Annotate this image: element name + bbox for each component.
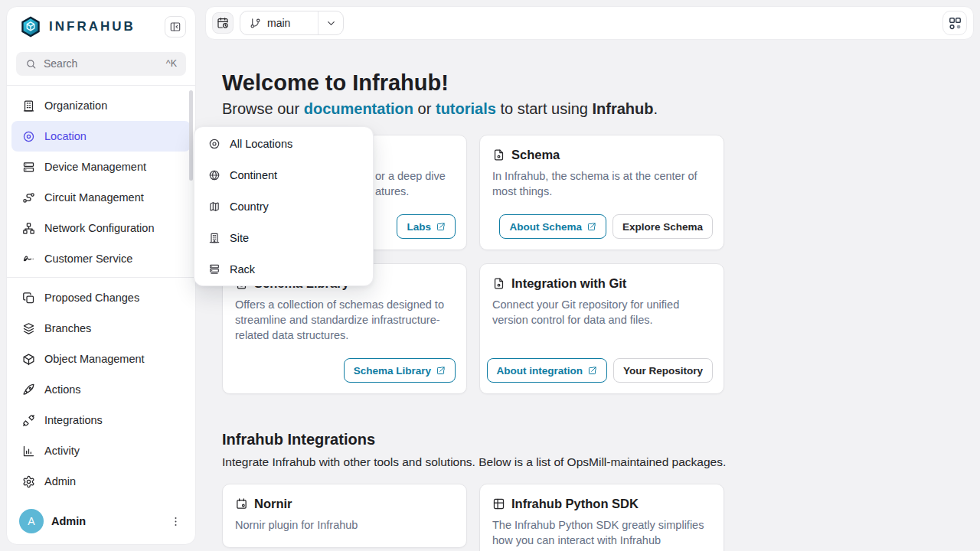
- sidebar-nav-secondary: Proposed Changes Branches Object Managem…: [7, 278, 195, 501]
- explore-schema-button[interactable]: Explore Schema: [612, 214, 713, 239]
- sidebar-item-activity[interactable]: Activity: [11, 435, 191, 466]
- plug-icon: [22, 414, 35, 427]
- building-icon: [22, 99, 35, 112]
- card-title-row: Nornir: [223, 484, 466, 511]
- user-menu[interactable]: A Admin: [7, 501, 195, 541]
- search-icon: [25, 58, 37, 70]
- sidebar-item-actions[interactable]: Actions: [11, 374, 191, 405]
- sidebar-item-label: Actions: [44, 383, 81, 396]
- sidebar-item-label: Location: [44, 130, 87, 142]
- branch-name: main: [267, 17, 290, 29]
- card-title-row: Infrahub Python SDK: [480, 484, 724, 511]
- sidebar-item-label: Proposed Changes: [44, 292, 139, 304]
- menu-item-rack[interactable]: Rack: [194, 253, 373, 285]
- card-nornir: Nornir Nornir plugin for Infrahub: [222, 484, 467, 548]
- user-options-button[interactable]: [166, 512, 185, 530]
- branch-selector-value[interactable]: main: [240, 11, 318, 34]
- sidebar-item-label: Admin: [44, 475, 76, 487]
- integrations-title: Infrahub Integrations: [222, 431, 375, 448]
- brand-bold: Infrahub: [593, 100, 654, 117]
- documentation-link[interactable]: documentation: [304, 100, 413, 117]
- your-repository-button[interactable]: Your Repository: [613, 358, 713, 383]
- subtitle-text: to start using: [496, 100, 593, 117]
- sidebar-item-branches[interactable]: Branches: [11, 313, 191, 344]
- search-placeholder: Search: [44, 57, 166, 70]
- card-python-sdk: Infrahub Python SDK The Infrahub Python …: [479, 484, 724, 551]
- network-icon: [22, 222, 35, 235]
- sidebar-item-circuit-management[interactable]: Circuit Management: [11, 182, 191, 213]
- about-schema-button[interactable]: About Schema: [499, 214, 606, 239]
- sidebar-item-label: Circuit Management: [44, 191, 144, 204]
- branch-selector[interactable]: main: [240, 11, 344, 35]
- building-icon: [208, 232, 220, 244]
- external-link-icon: [436, 222, 446, 232]
- sidebar-item-label: Customer Service: [44, 253, 132, 265]
- menu-item-country[interactable]: Country: [194, 191, 373, 222]
- card-schema: Schema In Infrahub, the schema is at the…: [479, 135, 724, 250]
- subtitle-text: .: [654, 100, 658, 117]
- external-link-icon: [586, 222, 596, 232]
- card-title: Nornir: [254, 497, 292, 511]
- about-integration-button[interactable]: About integration: [487, 358, 607, 383]
- subtitle-text: or: [413, 100, 436, 117]
- schema-library-button[interactable]: Schema Library: [344, 358, 456, 383]
- card-description: Offers a collection of schemas designed …: [223, 291, 466, 343]
- sidebar: INFRAHUB Search ^K Organization Location: [6, 6, 196, 545]
- sidebar-item-label: Object Management: [44, 353, 145, 365]
- sidebar-item-customer-service[interactable]: Customer Service: [11, 243, 191, 274]
- sidebar-item-network-configuration[interactable]: Network Configuration: [11, 213, 191, 243]
- logo-row: INFRAHUB: [7, 10, 195, 44]
- menu-item-continent[interactable]: Continent: [194, 159, 373, 191]
- sidebar-item-label: Device Management: [44, 161, 146, 173]
- box-icon: [22, 353, 35, 366]
- infrahub-logo-icon: [19, 15, 42, 38]
- git-branch-icon: [250, 18, 261, 29]
- integrations-subtitle: Integrate Infrahub with other tools and …: [222, 455, 726, 469]
- sidebar-nav-primary: Organization Location Device Management …: [7, 86, 195, 277]
- sidebar-item-device-management[interactable]: Device Management: [11, 152, 191, 182]
- kebab-icon: [169, 515, 182, 528]
- card-title: Integration with Git: [511, 276, 626, 291]
- sidebar-item-location[interactable]: Location: [11, 121, 191, 152]
- gear-icon: [22, 475, 35, 488]
- card-description: Connect your Git repository for unified …: [480, 291, 724, 328]
- menu-item-label: Site: [230, 232, 249, 244]
- menu-item-label: All Locations: [230, 138, 292, 150]
- package-icon: [235, 497, 248, 510]
- bar-chart-icon: [22, 445, 35, 458]
- top-bar: main: [205, 6, 974, 40]
- sidebar-scrollbar[interactable]: [189, 90, 193, 181]
- route-icon: [22, 191, 35, 204]
- sidebar-collapse-button[interactable]: [165, 16, 186, 37]
- sidebar-item-admin[interactable]: Admin: [11, 466, 191, 497]
- time-travel-button[interactable]: [212, 12, 234, 34]
- menu-item-all-locations[interactable]: All Locations: [194, 128, 373, 159]
- workflow-icon: [948, 16, 962, 31]
- card-title-row: Integration with Git: [480, 264, 724, 291]
- page-title: Welcome to Infrahub!: [222, 70, 449, 96]
- search-input[interactable]: Search ^K: [16, 52, 186, 77]
- tutorials-link[interactable]: tutorials: [436, 100, 496, 117]
- sidebar-item-label: Integrations: [44, 414, 103, 426]
- subtitle-text: Browse our: [222, 100, 304, 117]
- menu-item-site[interactable]: Site: [194, 222, 373, 253]
- panel-collapse-icon: [169, 21, 181, 33]
- map-icon: [208, 201, 220, 213]
- branch-selector-caret[interactable]: [318, 11, 343, 34]
- search-shortcut: ^K: [166, 58, 177, 69]
- card-description: In Infrahub, the schema is at the center…: [480, 162, 724, 199]
- sidebar-item-object-management[interactable]: Object Management: [11, 344, 191, 374]
- page-subtitle: Browse our documentation or tutorials to…: [222, 100, 658, 118]
- sidebar-item-proposed-changes[interactable]: Proposed Changes: [11, 282, 191, 313]
- card-title: Schema: [511, 148, 560, 162]
- file-icon: [492, 277, 505, 290]
- menu-item-label: Rack: [230, 263, 255, 276]
- calendar-clock-icon: [217, 17, 229, 29]
- workflow-button[interactable]: [942, 11, 967, 35]
- user-name: Admin: [51, 515, 166, 527]
- sidebar-item-organization[interactable]: Organization: [11, 90, 191, 121]
- sidebar-item-integrations[interactable]: Integrations: [11, 405, 191, 435]
- grid-icon: [492, 497, 505, 510]
- labs-button[interactable]: Labs: [397, 214, 456, 239]
- card-description: The Infrahub Python SDK greatly simplifi…: [480, 511, 724, 551]
